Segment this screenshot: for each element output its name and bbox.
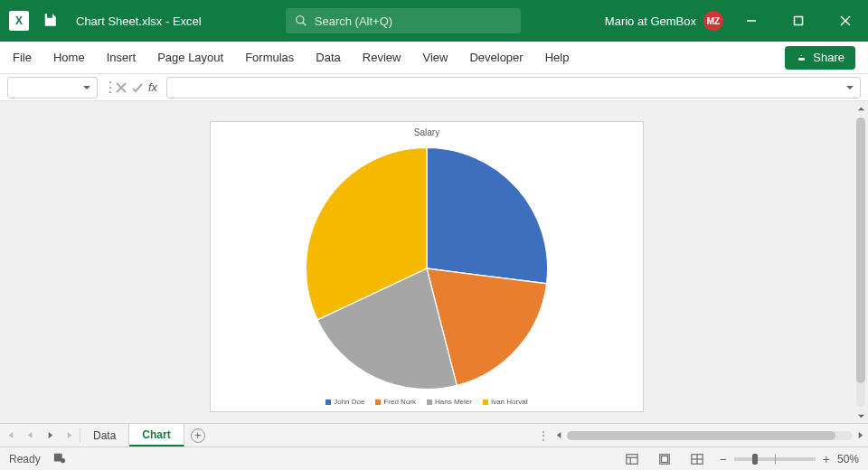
chevron-down-icon bbox=[845, 83, 854, 92]
legend-item: John Doe bbox=[326, 398, 364, 406]
zoom-slider[interactable] bbox=[734, 457, 816, 461]
account-button[interactable]: Mario at GemBox MZ bbox=[605, 11, 723, 31]
account-name: Mario at GemBox bbox=[605, 14, 696, 28]
window-title: Chart Sheet.xlsx - Excel bbox=[76, 14, 202, 28]
macro-record-icon[interactable] bbox=[53, 451, 66, 466]
legend-swatch bbox=[375, 400, 381, 405]
zoom-in-button[interactable]: + bbox=[823, 452, 830, 466]
scrollbar-thumb[interactable] bbox=[856, 118, 865, 383]
svg-rect-3 bbox=[795, 17, 803, 25]
tab-developer[interactable]: Developer bbox=[469, 51, 523, 64]
tab-view[interactable]: View bbox=[422, 51, 448, 64]
chart-legend: John DoeFred NurkHans MeierIvan Horvat bbox=[326, 398, 528, 406]
tab-page-layout[interactable]: Page Layout bbox=[157, 51, 223, 64]
chart-title: Salary bbox=[414, 127, 439, 137]
cancel-formula-icon[interactable] bbox=[116, 82, 127, 93]
pie-chart bbox=[300, 142, 553, 395]
save-icon[interactable] bbox=[42, 12, 58, 31]
close-button[interactable] bbox=[826, 0, 864, 42]
minimize-button[interactable] bbox=[732, 0, 770, 42]
svg-rect-14 bbox=[661, 456, 667, 462]
tab-file[interactable]: File bbox=[13, 51, 32, 64]
sheet-tab-data[interactable]: Data bbox=[80, 424, 129, 446]
sheet-nav-first[interactable] bbox=[0, 431, 20, 439]
chart-object[interactable]: Salary John DoeFred NurkHans MeierIvan H… bbox=[210, 121, 644, 412]
search-icon bbox=[295, 14, 307, 27]
vertical-scrollbar[interactable] bbox=[854, 101, 868, 423]
scroll-right-icon[interactable] bbox=[856, 429, 864, 442]
svg-rect-10 bbox=[626, 454, 637, 464]
new-sheet-button[interactable]: + bbox=[184, 424, 212, 446]
svg-line-1 bbox=[303, 23, 307, 26]
status-ready: Ready bbox=[9, 453, 41, 465]
legend-item: Hans Meier bbox=[427, 398, 472, 406]
tab-home[interactable]: Home bbox=[53, 51, 85, 64]
view-normal-button[interactable] bbox=[622, 451, 642, 467]
avatar: MZ bbox=[703, 11, 723, 31]
ribbon-tabs: File Home Insert Page Layout Formulas Da… bbox=[0, 42, 868, 74]
tab-help[interactable]: Help bbox=[545, 51, 570, 64]
tab-data[interactable]: Data bbox=[316, 51, 340, 64]
sheet-nav-next[interactable] bbox=[40, 431, 60, 439]
insert-function-button[interactable]: fx bbox=[148, 80, 157, 94]
formula-input[interactable] bbox=[166, 77, 861, 99]
formula-bar: ⋮ fx bbox=[0, 74, 868, 101]
worksheet-area: Salary John DoeFred NurkHans MeierIvan H… bbox=[0, 101, 868, 423]
tab-review[interactable]: Review bbox=[363, 51, 401, 64]
horizontal-scrollbar[interactable] bbox=[552, 424, 868, 446]
scroll-left-icon[interactable] bbox=[555, 429, 563, 442]
sheet-nav-prev[interactable] bbox=[20, 431, 40, 439]
search-box[interactable]: Search (Alt+Q) bbox=[286, 8, 521, 33]
sheet-tabs: DataChart bbox=[80, 424, 184, 446]
enter-formula-icon[interactable] bbox=[132, 82, 143, 93]
title-bar: X Chart Sheet.xlsx - Excel Search (Alt+Q… bbox=[0, 0, 868, 42]
legend-item: Ivan Horvat bbox=[483, 398, 528, 406]
status-bar: Ready − + 50% bbox=[0, 446, 868, 470]
legend-swatch bbox=[483, 400, 488, 405]
zoom-level: 50% bbox=[837, 453, 859, 465]
zoom-control[interactable]: − + 50% bbox=[720, 452, 859, 466]
sheet-tab-chart[interactable]: Chart bbox=[129, 424, 184, 446]
legend-item: Fred Nurk bbox=[375, 398, 416, 406]
tab-insert[interactable]: Insert bbox=[107, 51, 137, 64]
view-page-layout-button[interactable] bbox=[655, 451, 675, 467]
sheet-tab-bar: DataChart + ⋮ bbox=[0, 423, 868, 446]
maximize-button[interactable] bbox=[779, 0, 817, 42]
sheet-nav-last[interactable] bbox=[60, 431, 80, 439]
svg-point-9 bbox=[61, 458, 65, 463]
name-box[interactable] bbox=[7, 77, 98, 99]
zoom-out-button[interactable]: − bbox=[720, 452, 727, 466]
scroll-down-icon[interactable] bbox=[854, 409, 868, 423]
view-page-break-button[interactable] bbox=[687, 451, 707, 467]
svg-point-0 bbox=[297, 16, 304, 24]
share-label: Share bbox=[813, 51, 844, 64]
excel-app-icon: X bbox=[9, 11, 29, 31]
sheet-tab-options[interactable]: ⋮ bbox=[535, 424, 552, 446]
tab-formulas[interactable]: Formulas bbox=[245, 51, 294, 64]
legend-label: Fred Nurk bbox=[383, 398, 416, 406]
pie-slice bbox=[427, 147, 548, 283]
share-icon bbox=[796, 52, 807, 63]
share-button[interactable]: Share bbox=[785, 46, 855, 70]
scroll-up-icon[interactable] bbox=[854, 101, 868, 116]
legend-swatch bbox=[326, 400, 331, 405]
legend-swatch bbox=[427, 400, 432, 405]
legend-label: Ivan Horvat bbox=[491, 398, 528, 406]
search-placeholder: Search (Alt+Q) bbox=[315, 14, 392, 28]
legend-label: Hans Meier bbox=[435, 398, 472, 406]
chevron-down-icon bbox=[82, 83, 91, 92]
legend-label: John Doe bbox=[334, 398, 364, 406]
scrollbar-thumb[interactable] bbox=[567, 431, 835, 440]
